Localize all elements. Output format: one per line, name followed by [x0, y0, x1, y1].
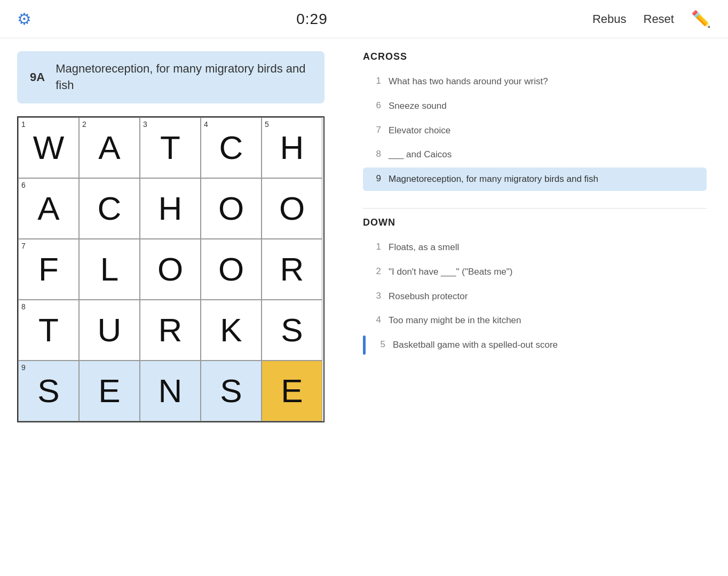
- cell-letter: T: [160, 131, 180, 164]
- clue-number: 1: [370, 241, 381, 252]
- cell-letter: S: [281, 314, 303, 347]
- grid-cell[interactable]: 5H: [262, 117, 322, 178]
- grid-cell[interactable]: N: [140, 361, 201, 421]
- grid-cell[interactable]: O: [201, 239, 262, 300]
- cell-letter: A: [98, 131, 120, 164]
- main-layout: 9A Magnetoreception, for many migratory …: [0, 38, 728, 435]
- cell-letter: A: [37, 192, 59, 225]
- cell-number: 2: [82, 120, 86, 129]
- across-clue-item[interactable]: 8___ and Caicos: [363, 143, 707, 166]
- cell-number: 5: [265, 120, 269, 129]
- cell-letter: H: [280, 131, 304, 164]
- header-actions: Rebus Reset ✏️: [592, 10, 711, 28]
- grid-cell[interactable]: O: [140, 239, 201, 300]
- clue-number: 8: [370, 148, 381, 159]
- timer: 0:29: [296, 11, 328, 28]
- grid-cell[interactable]: O: [262, 178, 322, 239]
- cell-letter: E: [281, 374, 303, 407]
- clue-number: 6: [370, 100, 381, 111]
- grid-cell[interactable]: 7F: [18, 239, 79, 300]
- grid-cell[interactable]: K: [201, 300, 262, 361]
- cell-number: 6: [21, 181, 26, 189]
- grid-cell[interactable]: S: [201, 361, 262, 421]
- clue-text: What has two hands around your wrist?: [389, 75, 548, 88]
- cell-letter: R: [159, 314, 183, 347]
- clue-number: 4: [370, 314, 381, 325]
- cell-letter: N: [159, 374, 183, 407]
- cell-letter: L: [100, 253, 118, 286]
- pencil-icon[interactable]: ✏️: [691, 10, 711, 28]
- grid-cell[interactable]: L: [79, 239, 140, 300]
- cell-letter: U: [98, 314, 122, 347]
- cell-letter: S: [220, 374, 242, 407]
- grid-cell[interactable]: C: [79, 178, 140, 239]
- clue-text: Floats, as a smell: [389, 241, 459, 254]
- clue-text: ___ and Caicos: [389, 148, 452, 161]
- grid-cell[interactable]: H: [140, 178, 201, 239]
- section-divider: [363, 208, 707, 209]
- across-clue-item[interactable]: 7Elevator choice: [363, 119, 707, 142]
- app-header: ⚙ 0:29 Rebus Reset ✏️: [0, 0, 728, 38]
- grid-cell[interactable]: 6A: [18, 178, 79, 239]
- grid-cell[interactable]: E: [79, 361, 140, 421]
- across-clue-item[interactable]: 1What has two hands around your wrist?: [363, 70, 707, 93]
- grid-cell[interactable]: 4C: [201, 117, 262, 178]
- down-clue-item[interactable]: 4Too many might be in the kitchen: [363, 309, 707, 332]
- rebus-button[interactable]: Rebus: [592, 12, 627, 26]
- cell-letter: C: [219, 131, 243, 164]
- cell-number: 7: [21, 242, 26, 250]
- active-clue-text: Magnetoreception, for many migratory bir…: [56, 61, 312, 94]
- cell-number: 9: [21, 363, 26, 372]
- across-clue-item[interactable]: 6Sneeze sound: [363, 94, 707, 118]
- right-panel: ACROSS 1What has two hands around your w…: [342, 38, 728, 435]
- cell-letter: O: [157, 253, 183, 286]
- down-clue-item[interactable]: 3Rosebush protector: [363, 285, 707, 308]
- clue-text: Basketball game with a spelled-out score: [393, 339, 558, 351]
- active-clue-hint: 9A Magnetoreception, for many migratory …: [17, 51, 325, 103]
- active-clue-number: 9A: [30, 70, 45, 84]
- clue-number: 9: [370, 173, 381, 184]
- cell-letter: H: [159, 192, 183, 225]
- down-clue-item[interactable]: 1Floats, as a smell: [363, 236, 707, 259]
- down-clue-item[interactable]: 5Basketball game with a spelled-out scor…: [363, 333, 707, 357]
- cell-letter: O: [279, 192, 305, 225]
- cell-number: 8: [21, 302, 26, 311]
- across-section-title: ACROSS: [363, 51, 707, 62]
- settings-icon[interactable]: ⚙: [17, 10, 31, 28]
- cell-letter: C: [98, 192, 122, 225]
- clue-number: 1: [370, 75, 381, 86]
- down-section-title: DOWN: [363, 217, 707, 228]
- cell-letter: F: [38, 253, 59, 286]
- cell-letter: O: [218, 192, 244, 225]
- across-clue-item[interactable]: 9Magnetoreception, for many migratory bi…: [363, 167, 707, 191]
- cell-letter: R: [280, 253, 304, 286]
- across-clue-list: 1What has two hands around your wrist?6S…: [363, 70, 707, 191]
- cell-letter: K: [220, 314, 242, 347]
- cell-letter: W: [33, 131, 65, 164]
- clue-number: 7: [370, 124, 381, 135]
- grid-cell[interactable]: R: [140, 300, 201, 361]
- grid-cell[interactable]: 3T: [140, 117, 201, 178]
- reset-button[interactable]: Reset: [644, 12, 674, 26]
- grid-cell[interactable]: 1W: [18, 117, 79, 178]
- down-clue-item[interactable]: 2"I don't have ___" ("Beats me"): [363, 260, 707, 284]
- grid-cell[interactable]: U: [79, 300, 140, 361]
- down-clue-list: 1Floats, as a smell2"I don't have ___" (…: [363, 236, 707, 357]
- cell-letter: E: [98, 374, 120, 407]
- crossword-grid: 1W2A3T4C5H6ACHOO7FLOOR8TURKS9SENSE: [17, 116, 325, 422]
- grid-cell[interactable]: 2A: [79, 117, 140, 178]
- clue-text: "I don't have ___" ("Beats me"): [389, 266, 512, 278]
- clue-text: Too many might be in the kitchen: [389, 314, 521, 327]
- grid-cell[interactable]: E: [262, 361, 322, 421]
- cell-letter: S: [37, 374, 59, 407]
- grid-cell[interactable]: S: [262, 300, 322, 361]
- grid-cell[interactable]: R: [262, 239, 322, 300]
- left-panel: 9A Magnetoreception, for many migratory …: [0, 38, 342, 435]
- cell-number: 1: [21, 120, 26, 129]
- cell-letter: T: [38, 314, 59, 347]
- grid-cell[interactable]: O: [201, 178, 262, 239]
- clue-number: 3: [370, 290, 381, 301]
- grid-cell[interactable]: 9S: [18, 361, 79, 421]
- clue-text: Magnetoreception, for many migratory bir…: [389, 173, 598, 186]
- grid-cell[interactable]: 8T: [18, 300, 79, 361]
